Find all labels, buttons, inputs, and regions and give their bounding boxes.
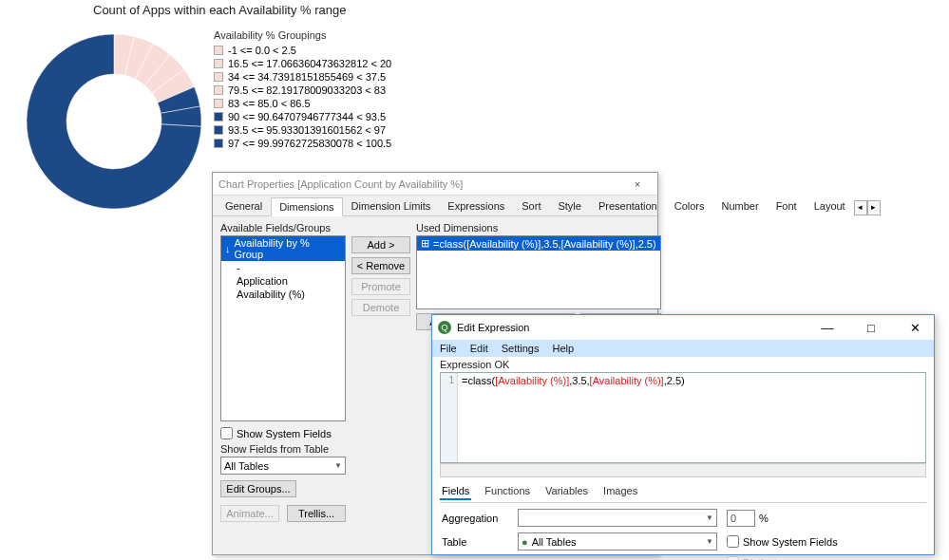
tab-scroll-left-icon[interactable]: ◂ — [854, 200, 867, 215]
legend-swatch — [214, 85, 223, 95]
menu-settings[interactable]: Settings — [502, 343, 540, 354]
horizontal-scrollbar[interactable] — [440, 463, 926, 477]
remove-button[interactable]: < Remove — [351, 257, 410, 274]
table-label: Table — [442, 536, 508, 548]
distinct-checkbox[interactable]: Distinct — [727, 556, 924, 560]
legend-item: 34 <= 34.73918151855469 < 37.5 — [214, 70, 391, 84]
legend-swatch — [214, 46, 223, 55]
tabs-row: General Dimensions Dimension Limits Expr… — [213, 196, 657, 216]
dialog-titlebar[interactable]: Chart Properties [Application Count by A… — [213, 173, 657, 196]
legend-swatch — [214, 139, 223, 148]
tab-dimension-limits[interactable]: Dimension Limits — [343, 196, 440, 215]
legend-item: 16.5 <= 17.066360473632812 < 20 — [214, 57, 391, 70]
menubar: File Edit Settings Help — [432, 340, 934, 357]
helper-tab-images[interactable]: Images — [601, 483, 639, 500]
expression-text: =class([Availability (%)],3.5,[Availabil… — [462, 375, 685, 386]
legend-swatch — [214, 59, 223, 68]
trellis-button[interactable]: Trellis... — [287, 505, 346, 522]
available-fields-label: Available Fields/Groups — [220, 222, 346, 233]
add-button[interactable]: Add > — [351, 236, 410, 253]
edit-expression-window: Q Edit Expression — □ ✕ File Edit Settin… — [431, 314, 935, 555]
list-item[interactable]: Application — [221, 274, 345, 288]
tab-sort[interactable]: Sort — [513, 196, 549, 215]
show-system-fields-checkbox[interactable]: Show System Fields — [220, 427, 346, 439]
show-system-fields-checkbox-2[interactable]: Show System Fields — [727, 535, 924, 548]
percent-input[interactable] — [727, 510, 755, 527]
legend-label: -1 <= 0.0 < 2.5 — [228, 44, 296, 57]
show-fields-table-label: Show Fields from Table — [220, 443, 346, 455]
helper-tabs: Fields Functions Variables Images — [440, 483, 926, 503]
menu-file[interactable]: File — [440, 343, 457, 354]
tab-number[interactable]: Number — [713, 196, 768, 215]
tab-colors[interactable]: Colors — [666, 196, 713, 215]
percent-suffix: % — [759, 513, 769, 524]
legend-label: 79.5 <= 82.19178009033203 < 83 — [228, 84, 386, 97]
legend-title: Availability % Groupings — [214, 28, 391, 42]
tab-dimensions[interactable]: Dimensions — [271, 197, 342, 216]
helper-tab-variables[interactable]: Variables — [543, 483, 590, 500]
tab-scroll: ◂ ▸ — [854, 200, 881, 215]
list-item[interactable]: - — [221, 261, 345, 274]
used-dimensions-label: Used Dimensions — [416, 222, 661, 233]
tab-expressions[interactable]: Expressions — [439, 196, 513, 215]
app-icon: Q — [438, 321, 451, 334]
edit-expression-title: Edit Expression — [457, 322, 529, 333]
used-dimensions-list[interactable]: ⊞=class([Availability (%)],3.5,[Availabi… — [416, 235, 661, 309]
helper-fields-panel: Aggregation ▼ % Table ●All Tables▼ Show … — [432, 503, 934, 560]
tab-scroll-right-icon[interactable]: ▸ — [867, 200, 881, 215]
legend-label: 34 <= 34.73918151855469 < 37.5 — [228, 70, 386, 84]
dialog-title: Chart Properties [Application Count by A… — [218, 178, 463, 190]
edit-expression-titlebar[interactable]: Q Edit Expression — □ ✕ — [432, 315, 934, 340]
close-icon[interactable]: ✕ — [896, 321, 934, 335]
promote-button[interactable]: Promote — [351, 278, 410, 295]
legend-item: 90 <= 90.64707946777344 < 93.5 — [214, 110, 391, 123]
legend-label: 97 <= 99.99762725830078 < 100.5 — [228, 137, 391, 150]
menu-edit[interactable]: Edit — [470, 343, 488, 354]
close-icon[interactable]: × — [623, 178, 652, 190]
demote-button[interactable]: Demote — [351, 299, 410, 316]
maximize-icon[interactable]: □ — [852, 321, 890, 335]
chart-legend: Availability % Groupings -1 <= 0.0 < 2.5… — [214, 28, 391, 150]
legend-label: 93.5 <= 95.93301391601562 < 97 — [228, 123, 386, 137]
expression-editor[interactable]: 1 =class([Availability (%)],3.5,[Availab… — [440, 372, 926, 463]
list-item[interactable]: Availability (%) — [221, 288, 345, 301]
list-item[interactable]: ⊞=class([Availability (%)],3.5,[Availabi… — [417, 236, 660, 251]
animate-button[interactable]: Animate... — [220, 505, 279, 522]
table-select[interactable]: ●All Tables▼ — [518, 532, 717, 551]
legend-swatch — [214, 72, 223, 82]
show-fields-table-select[interactable]: All Tables▼ — [220, 457, 346, 475]
tab-layout[interactable]: Layout — [806, 196, 854, 215]
legend-label: 90 <= 90.64707946777344 < 93.5 — [228, 110, 386, 123]
line-gutter: 1 — [441, 373, 458, 462]
menu-help[interactable]: Help — [552, 343, 574, 354]
legend-item: 93.5 <= 95.93301391601562 < 97 — [214, 123, 391, 137]
list-item[interactable]: ↓Availability by % Group — [221, 236, 345, 261]
minimize-icon[interactable]: — — [808, 321, 846, 335]
legend-swatch — [214, 125, 223, 135]
tab-style[interactable]: Style — [549, 196, 589, 215]
legend-item: 97 <= 99.99762725830078 < 100.5 — [214, 137, 391, 150]
donut-chart — [19, 27, 209, 216]
legend-swatch — [214, 112, 223, 121]
legend-item: 79.5 <= 82.19178009033203 < 83 — [214, 84, 391, 97]
tab-presentation[interactable]: Presentation — [590, 196, 666, 215]
legend-label: 83 <= 85.0 < 86.5 — [228, 97, 311, 110]
legend-swatch — [214, 99, 223, 108]
legend-label: 16.5 <= 17.066360473632812 < 20 — [228, 57, 391, 70]
available-fields-list[interactable]: ↓Availability by % Group - Application A… — [220, 235, 346, 421]
expression-status: Expression OK — [432, 357, 934, 372]
chart-title: Count of Apps within each Availability %… — [93, 3, 346, 17]
legend-item: 83 <= 85.0 < 86.5 — [214, 97, 391, 110]
tab-font[interactable]: Font — [768, 196, 806, 215]
tab-general[interactable]: General — [217, 196, 271, 215]
edit-groups-button[interactable]: Edit Groups... — [220, 480, 296, 497]
aggregation-label: Aggregation — [442, 513, 508, 524]
legend-item: -1 <= 0.0 < 2.5 — [214, 44, 391, 57]
helper-tab-functions[interactable]: Functions — [483, 483, 532, 500]
helper-tab-fields[interactable]: Fields — [440, 483, 471, 500]
aggregation-select[interactable]: ▼ — [518, 509, 717, 527]
